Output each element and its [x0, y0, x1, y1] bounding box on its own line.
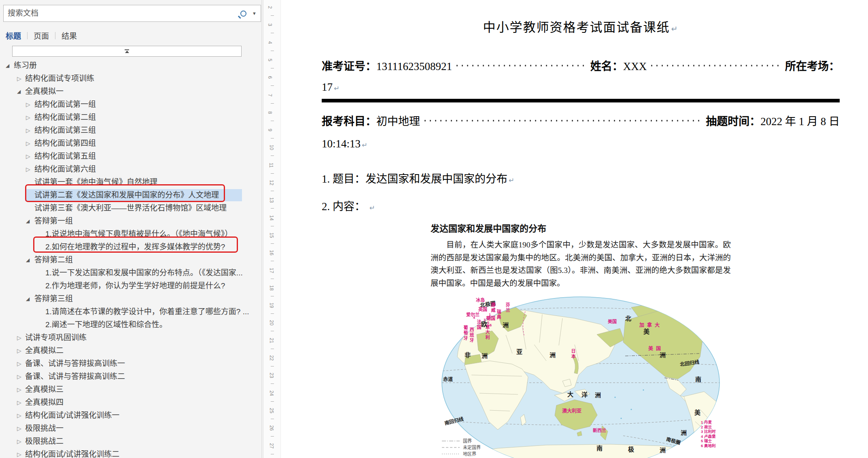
world-map-image: 国界 未定国界 地区界 北极圈冰岛挪威瑞典芬兰英国爱尔兰德国法国意大利葡萄牙西班…: [441, 296, 720, 458]
expand-arrow-icon[interactable]: ▷: [26, 163, 30, 176]
tree-item[interactable]: ▷结构化面试第五组: [0, 150, 262, 163]
tree-item[interactable]: ▷结构化面试第三组: [0, 124, 262, 137]
ruler-tick: [271, 401, 274, 402]
expand-arrow-icon[interactable]: ▷: [17, 396, 21, 409]
tree-item[interactable]: 1.请简述在本节课的教学设计中，你着重注意了哪些方面? ...: [0, 305, 262, 318]
expand-arrow-icon[interactable]: ▷: [26, 150, 30, 163]
map-label: 冰岛: [476, 298, 485, 302]
tree-item-label: 试讲专项巩固训练: [25, 331, 87, 344]
expand-arrow-icon[interactable]: ▷: [26, 137, 30, 150]
expand-arrow-icon[interactable]: ▷: [17, 344, 21, 357]
expand-arrow-icon[interactable]: ▷: [17, 435, 21, 448]
tree-item[interactable]: ▷备课、试讲与答辩拔高训练二: [0, 370, 262, 383]
ruler-tick: [271, 51, 274, 51]
ruler-number: 20: [269, 320, 274, 326]
tree-item[interactable]: ▷结构化面试/试讲强化训练一: [0, 409, 262, 422]
name-value: XXX: [623, 60, 647, 73]
tab-results[interactable]: 结果: [61, 30, 78, 41]
search-dropdown-arrow-icon[interactable]: ▼: [252, 11, 257, 16]
document-page[interactable]: 中小学教师资格考试面试备课纸↵ 准考证号：13111623508921 姓名：X…: [281, 0, 868, 458]
ruler-tick: [271, 173, 274, 174]
ruler-number: 11: [268, 162, 274, 167]
tree-item[interactable]: ▷全真模拟三: [0, 383, 262, 396]
tree-item[interactable]: ▷极限挑战二: [0, 435, 262, 448]
tree-item[interactable]: ▷结构化面试专项训练: [0, 72, 262, 85]
collapsed-item-box[interactable]: [12, 46, 242, 57]
map-label: 1: [489, 313, 491, 317]
ruler-tick: [271, 191, 274, 191]
tree-item[interactable]: ▷结构化面试/试讲强化训练二: [0, 448, 262, 458]
tree-item[interactable]: ▷结构化面试第一组: [0, 98, 262, 111]
subject-value: 初中地理: [376, 113, 420, 128]
expand-arrow-icon[interactable]: ▷: [17, 448, 21, 458]
figure-paragraph: 目前，在人类大家庭190多个国家中，少数是发达国家、大多数是发展中国家。欧洲的西…: [431, 239, 731, 290]
map-label: 葡萄牙: [463, 325, 467, 341]
expand-arrow-icon[interactable]: ▷: [26, 124, 30, 137]
ruler-tick: [271, 121, 274, 121]
ruler-number: 8: [267, 111, 273, 114]
search-box[interactable]: ▼: [3, 5, 261, 22]
ruler-number: 5: [267, 59, 273, 62]
ruler-tick: [271, 349, 274, 349]
tree-item[interactable]: ◢答辩第二组: [0, 253, 262, 266]
draw-time-date: 2022 年 1 月 8 日: [760, 113, 840, 128]
map-label: 加拿大: [639, 323, 662, 328]
collapse-arrow-icon[interactable]: ◢: [26, 292, 30, 305]
tree-item[interactable]: ▷备课、试讲与答辩拔高训练一: [0, 357, 262, 370]
tree-item-label: 全真模拟四: [25, 396, 64, 409]
tree-item[interactable]: ▷结构化面试第四组: [0, 137, 262, 150]
tree-item[interactable]: ▷全真模拟四: [0, 396, 262, 409]
tree-item[interactable]: ◢答辩第一组: [0, 215, 262, 228]
tree-item[interactable]: 2.作为地理老师，你认为学生学好地理的前提是什么?: [0, 279, 262, 292]
tree-item-label: 2.作为地理老师，你认为学生学好地理的前提是什么?: [45, 279, 225, 292]
draw-time-clock-line: 10:14:13↵: [322, 138, 840, 150]
expand-arrow-icon[interactable]: ▷: [17, 357, 21, 370]
topic-line: 1. 题目：发达国家和发展中国家的分布↵: [322, 170, 840, 186]
expand-arrow-icon[interactable]: ▷: [26, 111, 30, 124]
tree-item[interactable]: 1.说一下发达国家和发展中国家的分布特点。（《发达国家...: [0, 266, 262, 279]
tree-item[interactable]: ▷结构化面试第六组: [0, 163, 262, 176]
expand-arrow-icon[interactable]: ▷: [17, 409, 21, 422]
world-map-drawing: 国界 未定国界 地区界: [441, 296, 720, 458]
annotation-box-question-item: [33, 236, 238, 253]
expand-arrow-icon[interactable]: ▷: [17, 331, 21, 344]
ruler-number: 14: [269, 215, 274, 220]
tab-pages[interactable]: 页面: [33, 30, 50, 41]
tree-item[interactable]: 2.阐述一下地理的区域性和综合性。: [0, 318, 262, 331]
tree-item[interactable]: 试讲第三套《澳大利亚——世界活化石博物馆》区域地理: [0, 202, 262, 215]
search-input[interactable]: [4, 9, 240, 18]
dotted-leader: [422, 119, 703, 123]
collapse-arrow-icon[interactable]: ◢: [26, 215, 30, 228]
map-label: 洲: [595, 392, 601, 398]
expand-arrow-icon[interactable]: ▷: [17, 383, 21, 396]
collapse-arrow-icon[interactable]: ◢: [17, 85, 21, 98]
ruler-number: 17: [269, 268, 274, 273]
search-icon[interactable]: [240, 11, 246, 17]
tree-item[interactable]: ◢全真模拟一: [0, 85, 262, 98]
collapse-arrow-icon[interactable]: ◢: [26, 253, 30, 266]
map-label: 4: [473, 316, 475, 320]
tree-item[interactable]: ◢答辩第三组: [0, 292, 262, 305]
tab-headings[interactable]: 标题: [5, 30, 22, 41]
collapse-arrow-icon[interactable]: ◢: [6, 59, 9, 72]
ruler-number: 23: [269, 373, 274, 378]
expand-arrow-icon[interactable]: ▷: [17, 72, 21, 85]
expand-arrow-icon[interactable]: ▷: [26, 98, 30, 111]
dotted-leader: [649, 64, 783, 68]
tree-item[interactable]: ▷试讲专项巩固训练: [0, 331, 262, 344]
tree-item[interactable]: ◢练习册: [0, 59, 262, 72]
tree-item-label: 结构化面试第一组: [34, 98, 96, 111]
map-label: 洲: [550, 352, 556, 358]
tree-item-label: 答辩第三组: [34, 292, 73, 305]
tree-item[interactable]: ▷极限挑战一: [0, 422, 262, 435]
ruler-tick: [271, 208, 274, 209]
tree-item[interactable]: ▷结构化面试第二组: [0, 111, 262, 124]
expand-arrow-icon[interactable]: ▷: [17, 370, 21, 383]
ruler-number: 27: [269, 443, 274, 448]
tree-item[interactable]: ▷全真模拟二: [0, 344, 262, 357]
ruler-number: 3: [267, 23, 273, 26]
ruler-tick: [271, 15, 274, 16]
expand-arrow-icon[interactable]: ▷: [17, 422, 21, 435]
collapse-top-icon: [125, 49, 129, 53]
ruler-number: 7: [267, 94, 273, 96]
